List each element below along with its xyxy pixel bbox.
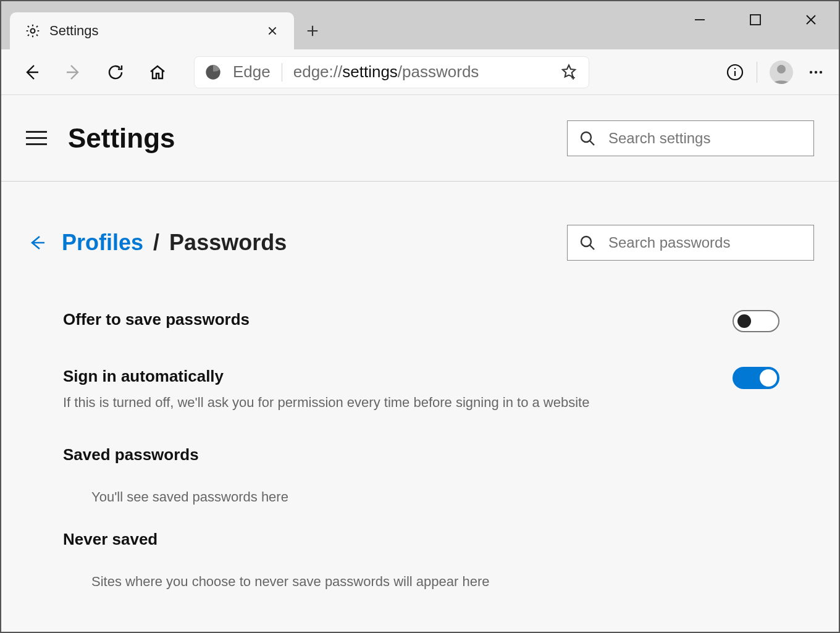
breadcrumb-back-button[interactable]: [26, 232, 48, 254]
browser-toolbar: Edge edge://settings/passwords: [1, 49, 839, 95]
offer-save-toggle[interactable]: [733, 310, 779, 332]
address-bar[interactable]: Edge edge://settings/passwords: [194, 56, 589, 88]
titlebar: Settings: [1, 1, 839, 49]
search-icon: [579, 130, 596, 147]
search-settings-box[interactable]: [567, 120, 814, 156]
never-saved-heading: Never saved: [63, 530, 814, 549]
favorite-icon[interactable]: [560, 63, 579, 82]
auto-signin-description: If this is turned off, we'll ask you for…: [63, 395, 589, 411]
search-passwords-input[interactable]: [608, 234, 802, 251]
toolbar-separator: [757, 62, 757, 83]
svg-point-6: [815, 70, 817, 73]
tab-title: Settings: [49, 23, 254, 39]
never-saved-empty: Sites where you choose to never save pas…: [91, 574, 814, 590]
breadcrumb-row: Profiles / Passwords: [26, 225, 814, 261]
tab-strip: Settings: [1, 1, 331, 49]
info-icon[interactable]: [726, 63, 744, 82]
settings-header: Settings: [1, 95, 839, 182]
refresh-button[interactable]: [98, 57, 133, 88]
forward-button[interactable]: [56, 57, 91, 88]
gear-icon: [25, 23, 41, 39]
address-separator: [282, 63, 282, 82]
breadcrumb-parent-link[interactable]: Profiles: [62, 230, 143, 255]
back-button[interactable]: [14, 57, 49, 88]
search-icon: [579, 234, 596, 251]
settings-title: Settings: [68, 123, 175, 154]
saved-passwords-heading: Saved passwords: [63, 445, 814, 464]
offer-save-title: Offer to save passwords: [63, 310, 250, 329]
breadcrumb: Profiles / Passwords: [62, 230, 287, 256]
maximize-button[interactable]: [728, 1, 783, 38]
home-button[interactable]: [140, 57, 175, 88]
svg-point-8: [581, 132, 591, 142]
svg-rect-1: [750, 15, 760, 25]
saved-passwords-section: Saved passwords You'll see saved passwor…: [63, 445, 814, 590]
new-tab-button[interactable]: [294, 12, 331, 49]
more-menu-button[interactable]: [805, 62, 826, 83]
window-controls: [672, 1, 839, 38]
svg-point-7: [820, 70, 822, 73]
saved-passwords-empty: You'll see saved passwords here: [91, 489, 814, 505]
browser-tab[interactable]: Settings: [10, 12, 294, 49]
breadcrumb-current: Passwords: [169, 230, 287, 255]
settings-content: Profiles / Passwords Offer to save passw…: [1, 182, 839, 632]
toolbar-right: [726, 61, 826, 84]
svg-point-9: [581, 237, 591, 246]
auto-signin-toggle[interactable]: [733, 367, 779, 389]
search-passwords-box[interactable]: [567, 225, 814, 261]
edge-icon: [204, 64, 222, 81]
auto-signin-row: Sign in automatically If this is turned …: [63, 367, 814, 411]
offer-save-row: Offer to save passwords: [63, 310, 814, 332]
address-scheme-label: Edge: [233, 62, 271, 82]
close-window-button[interactable]: [783, 1, 839, 38]
breadcrumb-separator: /: [153, 230, 159, 255]
search-settings-input[interactable]: [608, 130, 802, 147]
address-url: edge://settings/passwords: [293, 62, 549, 82]
profile-avatar[interactable]: [770, 61, 793, 84]
settings-menu-button[interactable]: [26, 126, 51, 151]
svg-point-0: [31, 29, 35, 33]
svg-point-4: [777, 65, 786, 73]
minimize-button[interactable]: [672, 1, 728, 38]
auto-signin-title: Sign in automatically: [63, 367, 589, 386]
password-settings-section: Offer to save passwords Sign in automati…: [63, 310, 814, 590]
tab-close-button[interactable]: [263, 22, 282, 40]
svg-point-5: [810, 70, 812, 73]
